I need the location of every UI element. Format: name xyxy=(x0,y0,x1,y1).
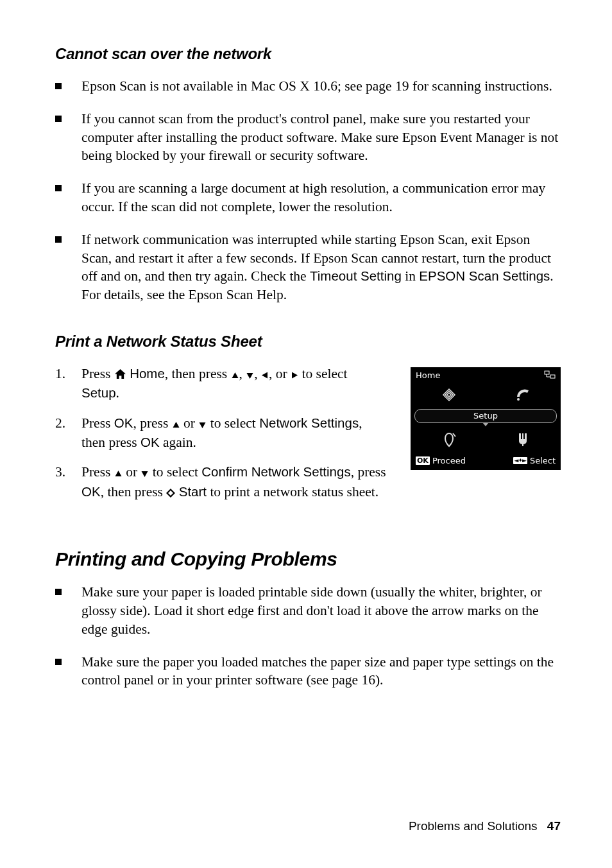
ui-label-network-settings: Network Settings xyxy=(259,415,359,430)
bullet-list-printing: Make sure your paper is loaded printable… xyxy=(55,583,561,690)
body-text: Press xyxy=(81,464,114,480)
list-item: Epson Scan is not available in Mac OS X … xyxy=(55,77,561,96)
wifi-icon xyxy=(544,370,556,379)
list-item: Press OK, press or to select Network Set… xyxy=(55,414,387,452)
ui-label-home: Home xyxy=(130,366,165,381)
body-text: to select xyxy=(298,366,347,381)
heading-cannot-scan: Cannot scan over the network xyxy=(55,45,561,63)
triangle-down-icon xyxy=(140,464,149,482)
lcd-proceed-label: Proceed xyxy=(432,456,466,465)
ui-label-confirm-network-settings: Confirm Network Settings xyxy=(201,464,350,479)
list-item: If you cannot scan from the product's co… xyxy=(55,110,561,165)
list-item: Make sure your paper is loaded printable… xyxy=(55,583,561,638)
photo-icon xyxy=(513,386,532,403)
arrows-badge: ◄✦► xyxy=(513,457,527,464)
list-item: Press Home, then press , , , or to selec… xyxy=(55,365,387,403)
ui-label-ok: OK xyxy=(140,435,160,449)
ok-badge: OK xyxy=(416,456,430,465)
setup-icon xyxy=(514,431,531,448)
triangle-right-icon xyxy=(291,366,298,384)
heading-print-network-status: Print a Network Status Sheet xyxy=(55,333,561,351)
ui-label-ok: OK xyxy=(81,484,101,499)
triangle-up-icon xyxy=(231,366,239,384)
ui-label-epson-scan-settings: EPSON Scan Settings xyxy=(419,268,550,283)
ui-label-ok: OK xyxy=(114,415,133,430)
lcd-select-hint: ◄✦► Select xyxy=(513,456,556,465)
triangle-up-icon xyxy=(172,415,180,433)
svg-point-4 xyxy=(517,398,520,401)
home-icon xyxy=(114,366,126,384)
list-item: If network communication was interrupted… xyxy=(55,230,561,304)
svg-rect-1 xyxy=(550,375,555,378)
body-text: . xyxy=(116,385,119,401)
triangle-down-icon xyxy=(246,366,254,384)
list-item: If you are scanning a large document at … xyxy=(55,179,561,216)
body-text: to select xyxy=(149,464,201,480)
ui-label-setup: Setup xyxy=(81,385,116,400)
diamond-icon xyxy=(166,484,175,502)
body-text: Press xyxy=(81,366,114,381)
lcd-screenshot: Home Setup xyxy=(411,367,561,470)
footer-section: Problems and Solutions xyxy=(409,819,538,833)
body-text: , press xyxy=(351,464,386,480)
bullet-list-cannot-scan: Epson Scan is not available in Mac OS X … xyxy=(55,77,561,304)
lcd-selected-label: Setup xyxy=(414,409,557,423)
body-text: , then press xyxy=(101,484,167,499)
list-item: Press or to select Confirm Network Setti… xyxy=(55,463,387,502)
heading-printing-copying: Printing and Copying Problems xyxy=(55,548,561,570)
triangle-left-icon xyxy=(261,366,269,384)
body-text: , press xyxy=(133,415,171,431)
lcd-title: Home xyxy=(416,370,440,380)
ordered-steps: Press Home, then press , , , or to selec… xyxy=(55,365,387,514)
ui-label-start: Start xyxy=(179,484,207,499)
triangle-up-icon xyxy=(114,464,123,482)
list-item: Make sure the paper you loaded matches t… xyxy=(55,653,561,690)
page-footer: Problems and Solutions 47 xyxy=(409,819,561,833)
svg-rect-0 xyxy=(545,371,549,374)
triangle-down-icon xyxy=(198,415,207,433)
scan-icon xyxy=(439,385,459,404)
lcd-select-label: Select xyxy=(530,456,556,465)
ui-label-timeout-setting: Timeout Setting xyxy=(310,268,402,283)
body-text: Press xyxy=(81,415,114,431)
maintenance-icon xyxy=(440,431,458,448)
body-text: again. xyxy=(160,435,196,450)
page-number: 47 xyxy=(547,819,561,833)
body-text: to select xyxy=(207,415,259,431)
lcd-ok-hint: OK Proceed xyxy=(416,456,466,465)
body-text: in xyxy=(402,268,419,284)
body-text: , then press xyxy=(165,366,231,381)
body-text: to print a network status sheet. xyxy=(207,484,378,499)
